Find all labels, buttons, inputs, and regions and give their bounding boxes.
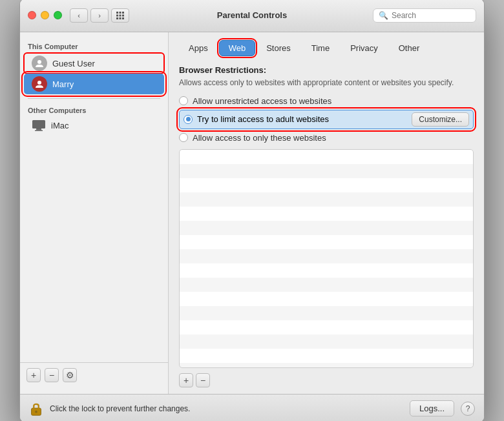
svg-rect-13: [35, 130, 43, 132]
sidebar: This Computer Guest User Marr: [20, 32, 169, 394]
svg-rect-1: [120, 12, 121, 14]
radio-unrestricted[interactable]: Allow unrestricted access to websites: [179, 96, 474, 106]
tab-time[interactable]: Time: [302, 40, 339, 56]
svg-point-15: [35, 410, 37, 413]
lock-icon[interactable]: [29, 400, 43, 417]
svg-rect-8: [122, 17, 124, 19]
guest-user-avatar: [32, 56, 47, 71]
remove-user-button[interactable]: −: [45, 368, 59, 382]
marry-name: Marry: [52, 79, 74, 89]
customize-button[interactable]: Customize...: [412, 112, 469, 127]
radio-group: Allow unrestricted access to websites Tr…: [179, 96, 474, 143]
bottom-bar: Click the lock to prevent further change…: [20, 394, 484, 421]
close-button[interactable]: [28, 11, 36, 19]
panel-description: Allows access only to websites with appr…: [179, 77, 474, 88]
add-website-button[interactable]: +: [179, 373, 193, 387]
svg-rect-0: [116, 12, 118, 14]
sidebar-divider: [28, 98, 160, 99]
svg-rect-12: [36, 128, 41, 130]
lock-text: Click the lock to prevent further change…: [50, 404, 403, 413]
sidebar-footer: + − ⚙: [20, 362, 168, 387]
radio-label-limit: Try to limit access to adult websites: [197, 114, 329, 124]
remove-website-button[interactable]: −: [196, 373, 210, 387]
radio-label-unrestricted: Allow unrestricted access to websites: [193, 96, 331, 106]
radio-circle-only: [179, 133, 188, 142]
panel-title: Browser Restrictions:: [179, 65, 474, 75]
radio-circle-unrestricted: [179, 96, 188, 105]
main-window: ‹ › Parental Controls 🔍 This Computer: [19, 0, 485, 421]
svg-point-10: [37, 81, 41, 85]
main-content: This Computer Guest User Marr: [20, 32, 484, 394]
radio-limit-row[interactable]: Try to limit access to adult websites Cu…: [179, 110, 474, 129]
maximize-button[interactable]: [54, 11, 62, 19]
tab-stores[interactable]: Stores: [257, 40, 300, 56]
search-icon: 🔍: [379, 11, 388, 20]
svg-point-9: [37, 60, 41, 64]
add-user-button[interactable]: +: [26, 368, 41, 382]
svg-rect-5: [122, 14, 124, 16]
radio-label-only: Allow access to only these websites: [193, 133, 326, 143]
grid-button[interactable]: [111, 8, 129, 23]
window-title: Parental Controls: [217, 10, 287, 20]
back-button[interactable]: ‹: [70, 8, 88, 23]
svg-rect-3: [116, 14, 118, 16]
forward-button[interactable]: ›: [90, 8, 109, 23]
svg-rect-2: [122, 12, 124, 14]
traffic-lights: [28, 11, 62, 19]
imac-icon: [32, 119, 46, 131]
search-bar[interactable]: 🔍: [373, 8, 476, 23]
svg-rect-7: [120, 17, 121, 19]
list-footer: + −: [179, 373, 474, 394]
search-input[interactable]: [392, 11, 470, 20]
svg-rect-6: [116, 17, 118, 19]
minimize-button[interactable]: [41, 11, 49, 19]
svg-rect-11: [32, 120, 45, 128]
tab-bar: Apps Web Stores Time Privacy Other: [179, 40, 474, 56]
titlebar: ‹ › Parental Controls 🔍: [20, 0, 484, 32]
marry-avatar: [32, 76, 47, 92]
sidebar-item-marry[interactable]: Marry: [24, 74, 164, 94]
websites-list: [179, 149, 474, 368]
logs-button[interactable]: Logs...: [410, 400, 454, 416]
sidebar-item-imac[interactable]: iMac: [24, 117, 164, 134]
help-button[interactable]: ?: [461, 402, 475, 416]
imac-name: iMac: [51, 121, 68, 130]
tab-web[interactable]: Web: [219, 40, 256, 56]
radio-circle-limit: [184, 115, 193, 124]
tab-privacy[interactable]: Privacy: [341, 40, 388, 56]
other-computers-label: Other Computers: [20, 103, 168, 117]
tab-apps[interactable]: Apps: [179, 40, 218, 56]
tab-other[interactable]: Other: [389, 40, 430, 56]
sidebar-item-guest-user[interactable]: Guest User: [24, 53, 164, 74]
right-panel: Apps Web Stores Time Privacy Other Brows…: [169, 32, 484, 394]
radio-only[interactable]: Allow access to only these websites: [179, 133, 474, 143]
settings-button[interactable]: ⚙: [63, 368, 77, 382]
svg-rect-4: [120, 14, 121, 16]
nav-buttons: ‹ ›: [70, 8, 109, 23]
this-computer-label: This Computer: [20, 39, 168, 53]
guest-user-name: Guest User: [52, 59, 95, 68]
